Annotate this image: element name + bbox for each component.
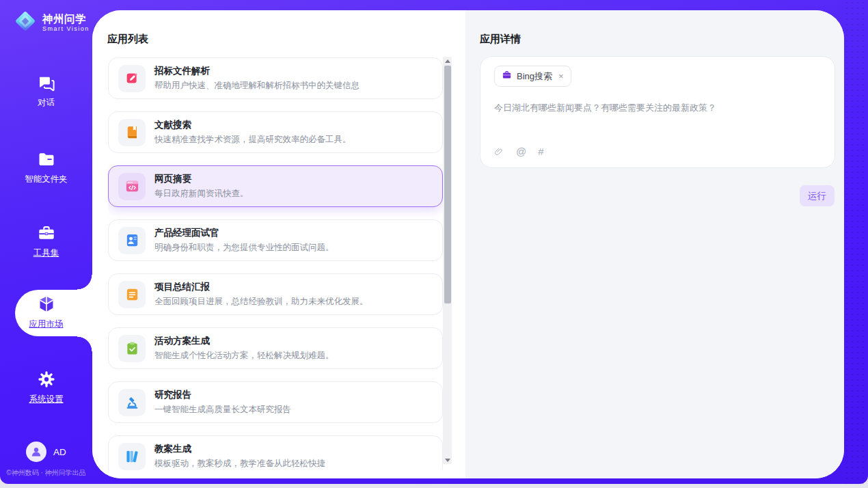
app-card-desc: 每日政府新闻资讯快查。 bbox=[154, 188, 249, 200]
triangle-down-icon bbox=[445, 459, 450, 462]
app-card-text: 活动方案生成智能生成个性化活动方案，轻松解决规划难题。 bbox=[154, 335, 334, 362]
scrollbar-thumb[interactable] bbox=[444, 66, 451, 303]
app-card-desc: 全面回顾项目进展，总结经验教训，助力未来优化发展。 bbox=[154, 296, 368, 308]
sidebar-item-smart-folders[interactable]: 智能文件夹 bbox=[0, 149, 92, 185]
app-list-title: 应用列表 bbox=[107, 33, 148, 46]
at-icon[interactable]: @ bbox=[516, 146, 526, 157]
prompt-input-card[interactable]: Bing搜索 × 今日湖北有哪些新闻要点？有哪些需要关注的最新政策？ @# bbox=[480, 56, 835, 168]
input-toolbar: @# bbox=[493, 146, 544, 157]
app-card-text: 文献搜索快速精准查找学术资源，提高研究效率的必备工具。 bbox=[154, 119, 351, 146]
app-card-event-plan[interactable]: 活动方案生成智能生成个性化活动方案，轻松解决规划难题。 bbox=[108, 327, 443, 369]
app-card-title: 文献搜索 bbox=[154, 119, 351, 131]
brand-subtitle: Smart Vision bbox=[42, 25, 90, 32]
app-card-research-report[interactable]: 研究报告一键智能生成高质量长文本研究报告 bbox=[108, 381, 443, 423]
cube-icon bbox=[0, 294, 92, 314]
sidebar-item-label: 应用市场 bbox=[29, 318, 64, 330]
app-card-title: 网页摘要 bbox=[154, 173, 249, 185]
app-card-text: 教案生成模板驱动，教案秒成，教学准备从此轻松快捷 bbox=[154, 443, 325, 470]
app-card-text: 网页摘要每日政府新闻资讯快查。 bbox=[154, 173, 249, 200]
app-card-text: 产品经理面试官明确身份和职责，为您提供专业性的面试问题。 bbox=[154, 227, 334, 254]
app-card-title: 招标文件解析 bbox=[154, 65, 360, 77]
chat-icon bbox=[0, 72, 92, 93]
gear-icon bbox=[0, 369, 92, 390]
copyright-footer: ©神州数码 · 神州问学出品 bbox=[0, 468, 92, 478]
folder-icon bbox=[0, 149, 92, 170]
microscope-icon bbox=[118, 389, 146, 416]
app-card-list: 招标文件解析帮助用户快速、准确地理解和解析招标书中的关键信息文献搜索快速精准查找… bbox=[108, 57, 443, 470]
sidebar-item-label: 智能文件夹 bbox=[25, 174, 68, 185]
scroll-up-button[interactable] bbox=[443, 57, 452, 65]
user-avatar-icon[interactable] bbox=[26, 442, 46, 462]
triangle-up-icon bbox=[445, 59, 450, 63]
sidebar-item-label: 工具集 bbox=[33, 247, 59, 259]
app-logo: 神州问学 Smart Vision bbox=[14, 10, 92, 36]
sidebar-item-toolset[interactable]: 工具集 bbox=[0, 223, 92, 259]
app-window: 神州问学 Smart Vision 对话智能文件夹工具集应用市场系统设置 AD … bbox=[0, 0, 868, 484]
note-icon bbox=[118, 281, 146, 308]
tool-chip-bing-search[interactable]: Bing搜索 × bbox=[494, 66, 571, 87]
app-card-desc: 智能生成个性化活动方案，轻松解决规划难题。 bbox=[154, 350, 334, 362]
user-row[interactable]: AD bbox=[0, 442, 92, 462]
app-card-title: 教案生成 bbox=[154, 443, 325, 455]
app-card-literature-search[interactable]: 文献搜索快速精准查找学术资源，提高研究效率的必备工具。 bbox=[108, 111, 443, 153]
right-edge-dot-texture bbox=[844, 0, 868, 484]
app-card-text: 研究报告一键智能生成高质量长文本研究报告 bbox=[154, 389, 291, 416]
app-detail-title: 应用详情 bbox=[480, 33, 521, 46]
close-icon[interactable]: × bbox=[558, 72, 564, 81]
app-card-desc: 一键智能生成高质量长文本研究报告 bbox=[154, 404, 291, 416]
doc-edit-icon bbox=[118, 65, 146, 92]
user-initials: AD bbox=[53, 447, 66, 457]
clipboard-check-icon bbox=[118, 335, 146, 362]
app-card-title: 产品经理面试官 bbox=[154, 227, 334, 239]
paperclip-icon[interactable] bbox=[493, 146, 504, 157]
tool-chip-label: Bing搜索 bbox=[517, 70, 552, 83]
briefcase-icon bbox=[502, 70, 512, 83]
brand-name: 神州问学 bbox=[42, 13, 90, 25]
app-card-title: 活动方案生成 bbox=[154, 335, 334, 347]
sidebar-item-system-settings[interactable]: 系统设置 bbox=[0, 369, 92, 405]
app-card-title: 研究报告 bbox=[154, 389, 291, 401]
run-button[interactable]: 运行 bbox=[800, 185, 835, 206]
app-card-bid-analysis[interactable]: 招标文件解析帮助用户快速、准确地理解和解析招标书中的关键信息 bbox=[108, 57, 443, 99]
app-card-lesson-plan[interactable]: 教案生成模板驱动，教案秒成，教学准备从此轻松快捷 bbox=[108, 435, 443, 470]
app-card-text: 招标文件解析帮助用户快速、准确地理解和解析招标书中的关键信息 bbox=[154, 65, 360, 92]
toolbox-icon bbox=[0, 223, 92, 243]
app-card-desc: 帮助用户快速、准确地理解和解析招标书中的关键信息 bbox=[154, 80, 360, 92]
books-icon bbox=[118, 443, 146, 470]
app-detail-panel: 应用详情 Bing搜索 × 今日湖北有哪些新闻要点？有哪些需要关注的最新政策？ … bbox=[465, 10, 844, 478]
sidebar-item-chat[interactable]: 对话 bbox=[0, 72, 92, 109]
sidebar-item-app-market[interactable]: 应用市场 bbox=[0, 294, 92, 330]
app-card-pm-interviewer[interactable]: 产品经理面试官明确身份和职责，为您提供专业性的面试问题。 bbox=[108, 219, 443, 261]
app-card-desc: 明确身份和职责，为您提供专业性的面试问题。 bbox=[154, 242, 334, 254]
interviewer-icon bbox=[118, 227, 146, 254]
hash-icon[interactable]: # bbox=[538, 146, 543, 157]
scroll-down-button[interactable] bbox=[443, 456, 452, 464]
app-card-desc: 模板驱动，教案秒成，教学准备从此轻松快捷 bbox=[154, 458, 325, 470]
list-scrollbar[interactable] bbox=[443, 57, 452, 464]
logo-text: 神州问学 Smart Vision bbox=[42, 13, 90, 32]
webpage-code-icon bbox=[118, 173, 146, 200]
prompt-input[interactable]: 今日湖北有哪些新闻要点？有哪些需要关注的最新政策？ bbox=[494, 102, 821, 114]
book-icon bbox=[118, 119, 146, 146]
app-card-project-summary[interactable]: 项目总结汇报全面回顾项目进展，总结经验教训，助力未来优化发展。 bbox=[108, 273, 443, 315]
app-card-desc: 快速精准查找学术资源，提高研究效率的必备工具。 bbox=[154, 134, 351, 146]
app-card-title: 项目总结汇报 bbox=[154, 281, 368, 293]
sidebar-item-label: 系统设置 bbox=[29, 394, 64, 405]
app-card-web-summary[interactable]: 网页摘要每日政府新闻资讯快查。 bbox=[108, 165, 443, 207]
app-card-text: 项目总结汇报全面回顾项目进展，总结经验教训，助力未来优化发展。 bbox=[154, 281, 368, 308]
logo-diamond-icon bbox=[14, 10, 37, 36]
content-panel: 应用列表 招标文件解析帮助用户快速、准确地理解和解析招标书中的关键信息文献搜索快… bbox=[92, 10, 844, 478]
sidebar-item-label: 对话 bbox=[38, 97, 55, 109]
app-list-panel: 应用列表 招标文件解析帮助用户快速、准确地理解和解析招标书中的关键信息文献搜索快… bbox=[92, 10, 465, 478]
